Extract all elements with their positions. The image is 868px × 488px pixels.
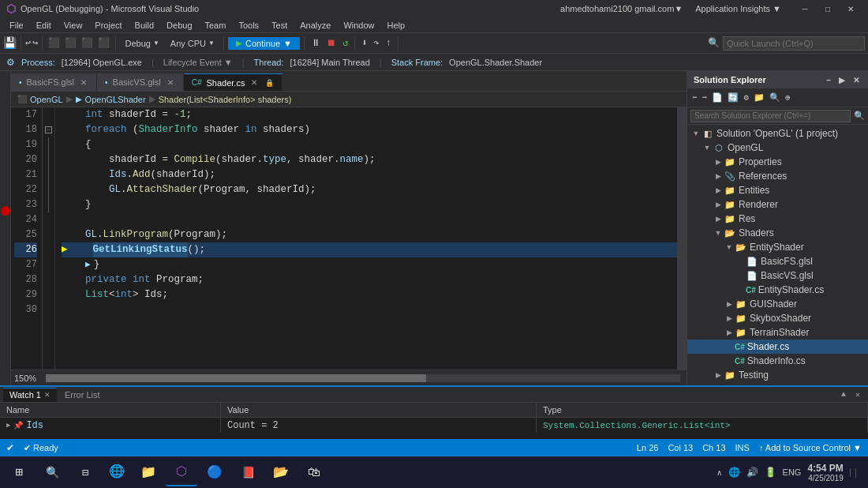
continue-button[interactable]: ▶ Continue ▼ [228,37,300,50]
lifecycle-dropdown[interactable]: Lifecycle Event ▼ [163,58,233,67]
tree-references[interactable]: ▶ 📎 References [687,169,868,183]
process-value[interactable]: [12964] OpenGL.exe [62,58,142,67]
horizontal-scrollbar[interactable] [46,374,680,382]
tab-basicfs-glsl[interactable]: • BasicFS.glsl ✕ [11,73,97,91]
tree-entityshader[interactable]: ▼ 📂 EntityShader [687,240,868,254]
search-taskbar-button[interactable]: 🔍 [36,458,68,486]
save-all-icon[interactable]: 💾 [3,36,17,50]
pause-icon[interactable]: ⏸ [309,36,323,51]
tree-properties[interactable]: ▶ 📁 Properties [687,155,868,169]
tree-texturing[interactable]: ▶ 📁 Texturing [687,382,868,385]
debug-icon2[interactable]: ⬛ [63,37,78,49]
tree-basicfs-glsl[interactable]: 📄 BasicFS.glsl [687,254,868,268]
se-back-icon[interactable]: ⬅ [690,91,699,104]
files-button[interactable]: 📂 [265,458,297,486]
tree-entityshader-cs[interactable]: C# EntityShader.cs [687,283,868,297]
minimize-button[interactable]: ─ [794,2,816,16]
error-list-tab[interactable]: Error List [57,388,108,402]
tree-testing[interactable]: ▶ 📁 Testing [687,368,868,382]
start-button[interactable]: ⊞ [3,458,35,486]
tree-shaderinfo-cs[interactable]: C# ShaderInfo.cs [687,354,868,368]
debug-dropdown[interactable]: Debug ▼ [120,36,163,51]
tab-shader-cs[interactable]: C# Shader.cs ✕ 🔒 [184,73,283,91]
maximize-button[interactable]: □ [817,2,839,16]
network-icon[interactable]: 🌐 [728,467,740,478]
app-insights[interactable]: Application Insights ▼ [695,4,781,13]
tree-basicvs-glsl[interactable]: 📄 BasicVS.glsl [687,268,868,283]
stack-value[interactable]: OpenGL.Shader.Shader [449,58,542,67]
debug-icon1[interactable]: ⬛ [47,37,62,49]
restart-icon[interactable]: ↺ [340,36,350,51]
bc-method[interactable]: Shader(List<ShaderInfo> shaders) [159,95,292,104]
se-toolbar-icon1[interactable]: 📄 [710,91,724,104]
step-out-icon[interactable]: ↑ [383,36,394,51]
breakpoint-marker[interactable] [1,206,10,216]
edge-taskbar-button[interactable]: 🌐 [103,458,131,486]
se-toolbar-icon2[interactable]: 🔄 [726,91,740,104]
source-control-button[interactable]: ↑ Add to Source Control ▼ [759,443,862,452]
tree-shader-cs[interactable]: C# Shader.cs [687,340,868,354]
bc-openglshader[interactable]: OpenGLShader [85,95,146,104]
quick-launch-input[interactable] [723,36,865,51]
se-search-input[interactable] [690,110,851,122]
watch-panel-arrow-icon[interactable]: ▲ [836,389,851,400]
watch1-close-icon[interactable]: ✕ [44,391,51,399]
collapse-button[interactable]: − [43,122,54,137]
menu-tools[interactable]: Tools [232,19,265,32]
tree-skyboxshader[interactable]: ▶ 📁 SkyboxShader [687,311,868,325]
menu-test[interactable]: Test [265,19,294,32]
menu-analyze[interactable]: Analyze [294,19,337,32]
debug-icon4[interactable]: ⬛ [96,37,111,49]
se-search-icon[interactable]: 🔍 [854,111,865,121]
zoom-level[interactable]: 150% [14,374,36,383]
language-indicator[interactable]: ENG [783,467,802,477]
tree-guishader[interactable]: ▶ 📁 GUIShader [687,297,868,311]
bc-opengl[interactable]: OpenGL [30,95,63,104]
debug-icon3[interactable]: ⬛ [80,37,95,49]
menu-team[interactable]: Team [199,19,233,32]
tree-terrainshader[interactable]: ▶ 📁 TerrainShader [687,325,868,340]
watch-panel-close-icon[interactable]: ✕ [851,389,865,401]
task-view-button[interactable]: ⊟ [69,458,101,486]
redo-icon[interactable]: ↪ [32,37,38,49]
se-forward-icon[interactable]: ➡ [701,91,709,104]
watch-1-tab[interactable]: Watch 1 ✕ [3,388,57,402]
store-button[interactable]: 🛍 [298,458,330,486]
undo-icon[interactable]: ↩ [25,37,31,49]
se-expand-all-icon[interactable]: ⊕ [784,91,792,104]
volume-icon[interactable]: 🔊 [746,467,758,478]
system-clock[interactable]: 4:54 PM 4/25/2019 [807,463,843,482]
stop-icon[interactable]: ⏹ [324,36,339,51]
chrome-button[interactable]: 🔵 [199,458,230,486]
explorer-button[interactable]: 📁 [133,458,164,486]
menu-help[interactable]: Help [381,19,412,32]
menu-edit[interactable]: Edit [30,19,58,32]
tree-project-opengl[interactable]: ▼ ⬡ OpenGL [687,141,868,155]
tree-renderer[interactable]: ▶ 📁 Renderer [687,197,868,212]
menu-debug[interactable]: Debug [160,19,198,32]
basicfs-tab-close[interactable]: ✕ [79,77,88,88]
menu-view[interactable]: View [58,19,89,32]
menu-file[interactable]: File [3,19,30,32]
close-button[interactable]: ✕ [840,2,862,16]
menu-project[interactable]: Project [88,19,128,32]
se-close-icon[interactable]: ✕ [851,75,862,85]
step-over-icon[interactable]: ⬇ [359,36,369,51]
vs-taskbar-button[interactable]: ⬡ [166,458,197,486]
se-toolbar-icon3[interactable]: ⚙ [742,91,750,104]
editor-scrollbar-right[interactable] [677,107,687,370]
se-toolbar-icon4[interactable]: 📁 [752,91,766,104]
watch-expand-arrow-icon[interactable]: ▶ [6,421,10,430]
tree-entities[interactable]: ▶ 📁 Entities [687,183,868,197]
notification-chevron-icon[interactable]: ∧ [716,468,722,477]
show-desktop-icon[interactable]: │ [850,468,859,477]
code-text[interactable]: int shaderId = -1; foreach (ShaderInfo s… [55,107,677,370]
se-toolbar-icon5[interactable]: 🔍 [768,91,782,104]
tab-basicvs-glsl[interactable]: • BasicVS.glsl ✕ [97,73,184,91]
thread-value[interactable]: [16284] Main Thread [290,58,370,67]
acrobat-button[interactable]: 📕 [232,458,264,486]
menu-build[interactable]: Build [129,19,160,32]
tree-res[interactable]: ▶ 📁 Res [687,212,868,226]
tree-solution[interactable]: ▼ ◧ Solution 'OpenGL' (1 project) [687,126,868,141]
shadercs-tab-close[interactable]: ✕ [249,77,259,88]
